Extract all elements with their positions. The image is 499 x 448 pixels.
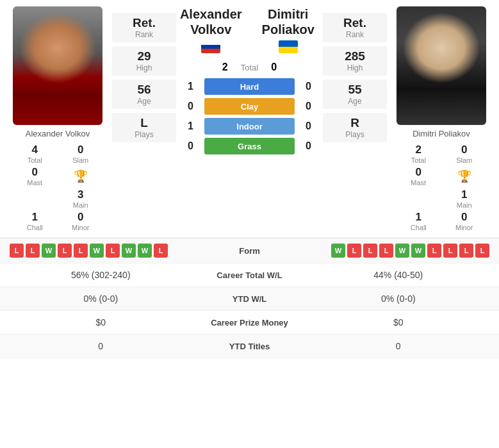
form-label: Form (218, 246, 282, 256)
names-row: Alexander Volkov Dimitri Poliakov (179, 6, 320, 58)
right-info-col: Ret. Rank 285 High 55 Age R Plays (323, 6, 387, 231)
left-age-value: 56 (117, 83, 171, 97)
stats-left-val: 0 (10, 341, 192, 351)
surface-label-hard: Hard (204, 78, 295, 95)
left-main-value: 3 (78, 188, 83, 201)
top-area: Alexander Volkov 4 Total 0 Slam 0 Mast 🏆 (0, 0, 499, 235)
left-high-block: 29 High (112, 46, 176, 76)
form-badge-l: L (443, 244, 457, 258)
form-badge-l: L (106, 244, 120, 258)
left-main-label: Main (73, 201, 88, 209)
stats-row: 0 YTD Titles 0 (0, 335, 499, 358)
form-badge-w: W (42, 244, 56, 258)
surface-label-grass: Grass (204, 138, 295, 154)
surface-row-clay: 0 Clay 0 (179, 98, 320, 115)
right-minor-label: Minor (455, 224, 473, 231)
left-info-blocks: Ret. Rank 29 High 56 Age L Plays (112, 6, 176, 142)
form-badge-l: L (347, 244, 361, 258)
stats-right-val: 0% (0-0) (307, 294, 490, 304)
form-badge-l: L (475, 244, 489, 258)
left-plays-label: Plays (117, 130, 171, 139)
form-badge-l: L (379, 244, 393, 258)
left-slam-label: Slam (72, 156, 88, 164)
surface-right-num: 0 (297, 120, 320, 132)
right-rank-label: Rank (328, 30, 382, 39)
form-badge-w: W (331, 244, 345, 258)
ukraine-flag (279, 40, 298, 53)
left-form-badges: LLWLLWLWWL (10, 244, 218, 258)
left-player-bottom-stats: 4 Total 0 Slam 0 Mast 🏆 3 Main (13, 144, 102, 231)
stats-left-val: 56% (302-240) (10, 270, 192, 280)
surface-row-hard: 1 Hard 0 (179, 78, 320, 95)
main-container: Alexander Volkov 4 Total 0 Slam 0 Mast 🏆 (0, 0, 499, 358)
form-badge-l: L (154, 244, 168, 258)
right-total-value: 2 (416, 144, 421, 156)
right-high-block: 285 High (323, 46, 387, 76)
total-left: 2 (222, 62, 228, 73)
surface-label-indoor: Indoor (204, 118, 295, 135)
left-mast-stat: 0 Mast (13, 166, 57, 187)
left-rank-block: Ret. Rank (112, 13, 176, 42)
left-main-stat: 3 Main (59, 188, 103, 209)
left-mast-value: 0 (32, 166, 38, 179)
stats-row: $0 Career Prize Money $0 (0, 311, 499, 335)
right-chall-label: Chall (411, 224, 427, 231)
bottom-stats-section: LLWLLWLWWL Form WLLLWWLLLL 56% (302-240)… (0, 238, 499, 358)
left-minor-label: Minor (72, 224, 90, 231)
surface-left-num: 1 (179, 120, 202, 132)
right-info-blocks: Ret. Rank 285 High 55 Age R Plays (323, 6, 387, 142)
trophy-icon-right: 🏆 (457, 169, 471, 183)
form-badge-w: W (122, 244, 136, 258)
left-chall-label: Chall (27, 224, 43, 231)
form-badge-l: L (10, 244, 24, 258)
stats-right-val: 44% (40-50) (307, 270, 490, 280)
right-rank-value: Ret. (328, 16, 382, 30)
left-player-name-center: Alexander Volkov (180, 6, 242, 37)
stats-table: 56% (302-240) Career Total W/L 44% (40-5… (0, 263, 499, 358)
right-total-label: Total (411, 156, 426, 164)
left-slam-stat: 0 Slam (59, 144, 103, 164)
right-slam-label: Slam (456, 156, 472, 164)
russia-flag (201, 40, 220, 53)
stats-left-val: $0 (10, 317, 192, 328)
right-flag-row (279, 40, 298, 53)
left-info-col: Ret. Rank 29 High 56 Age L Plays (112, 6, 176, 231)
left-name-flag: Alexander Volkov (179, 6, 243, 58)
left-high-label: High (117, 63, 171, 72)
left-high-value: 29 (117, 49, 171, 63)
form-badge-w: W (411, 244, 425, 258)
right-high-value: 285 (328, 49, 382, 63)
surface-label-clay: Clay (204, 98, 295, 115)
right-age-block: 55 Age (323, 79, 387, 109)
right-total-stat: 2 Total (397, 144, 441, 164)
trophy-icon-left: 🏆 (74, 169, 88, 183)
right-high-label: High (328, 63, 382, 72)
left-total-label: Total (28, 156, 42, 164)
left-age-label: Age (117, 97, 171, 106)
form-badge-w: W (138, 244, 152, 258)
left-age-block: 56 Age (112, 79, 176, 109)
right-slam-stat: 0 Slam (443, 144, 487, 164)
right-player-name: Dimitri Poliakov (390, 129, 493, 138)
center-col: Alexander Volkov Dimitri Poliakov (179, 6, 320, 231)
surface-row-indoor: 1 Indoor 0 (179, 118, 320, 135)
surface-left-num: 0 (179, 101, 202, 112)
stats-row: 0% (0-0) YTD W/L 0% (0-0) (0, 287, 499, 311)
left-player-name: Alexander Volkov (6, 129, 109, 138)
right-chall-value: 1 (416, 211, 421, 224)
left-plays-block: L Plays (112, 113, 176, 142)
stats-center-label: YTD Titles (192, 342, 307, 351)
right-plays-label: Plays (328, 130, 382, 139)
right-main-stat: 1 Main (443, 188, 487, 209)
form-badge-l: L (74, 244, 88, 258)
right-slam-value: 0 (461, 144, 467, 156)
right-player-bottom-stats: 2 Total 0 Slam 0 Mast 🏆 1 Main (397, 144, 486, 231)
left-total-value: 4 (32, 144, 38, 156)
left-total-stat: 4 Total (13, 144, 57, 164)
form-badge-l: L (26, 244, 40, 258)
right-minor-stat: 0 Minor (443, 211, 487, 231)
form-badge-l: L (427, 244, 441, 258)
surface-rows: 1 Hard 0 0 Clay 0 1 Indoor 0 0 Grass 0 (179, 78, 320, 158)
stats-right-val: $0 (307, 317, 490, 328)
surface-row-grass: 0 Grass 0 (179, 138, 320, 154)
